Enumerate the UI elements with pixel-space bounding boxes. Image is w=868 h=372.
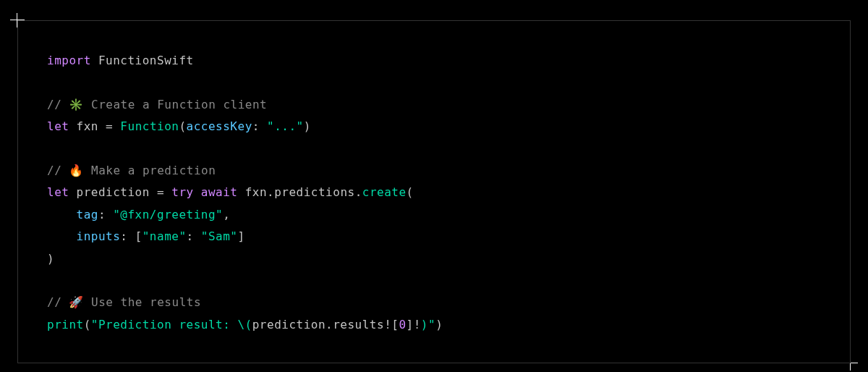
string-literal: "@fxn/greeting": [113, 208, 223, 221]
code-line-5: [47, 138, 821, 160]
code-line-4: let fxn = Function(accessKey: "..."): [47, 116, 821, 138]
colon: :: [120, 229, 135, 243]
bracket-close: ]: [237, 229, 244, 243]
comment-prefix: //: [47, 295, 69, 309]
comment-prefix: //: [47, 164, 69, 177]
obj-fxn: fxn: [245, 185, 267, 199]
code-frame: import FunctionSwift // ✳️ Create a Func…: [17, 20, 851, 363]
comment-text: Make a prediction: [84, 164, 216, 177]
keyword-await: await: [201, 185, 238, 199]
keyword-import: import: [47, 54, 91, 67]
func-print: print: [47, 318, 84, 331]
fire-icon: 🔥: [69, 164, 84, 177]
func-Function: Function: [120, 119, 179, 133]
index-zero: 0: [399, 318, 406, 331]
bracket-close: ]: [407, 318, 414, 331]
rocket-icon: 🚀: [69, 295, 84, 309]
paren-open: (: [84, 318, 91, 331]
colon: :: [98, 208, 113, 221]
code-line-11: [47, 270, 821, 292]
paren-close: ): [47, 252, 54, 266]
method-create: create: [362, 185, 407, 199]
comment-prefix: //: [47, 98, 69, 111]
code-line-2: [47, 72, 821, 93]
dot: .: [267, 185, 274, 199]
code-line-3: // ✳️ Create a Function client: [47, 94, 821, 116]
code-line-13: print("Prediction result: \(prediction.r…: [47, 314, 821, 336]
param-inputs: inputs: [77, 229, 121, 243]
module-name: FunctionSwift: [98, 54, 194, 67]
string-literal: "...": [267, 119, 304, 133]
keyword-try: try: [171, 185, 193, 199]
bang: !: [384, 318, 391, 331]
interp-close: ): [421, 318, 428, 331]
dict-key: "name": [142, 229, 187, 243]
code-line-1: import FunctionSwift: [47, 50, 821, 72]
code-line-7: let prediction = try await fxn.predictio…: [47, 182, 821, 203]
code-line-10: ): [47, 248, 821, 270]
dict-value: "Sam": [201, 229, 238, 243]
string-literal-part1: "Prediction result:: [91, 318, 238, 331]
code-line-12: // 🚀 Use the results: [47, 292, 821, 313]
dot: .: [326, 318, 333, 331]
comment-text: Use the results: [84, 295, 201, 309]
paren-open: (: [179, 119, 186, 133]
bang: !: [414, 318, 421, 331]
obj-predictions: predictions: [274, 185, 354, 199]
code-line-6: // 🔥 Make a prediction: [47, 160, 821, 182]
equals: =: [150, 185, 171, 199]
indent: [47, 229, 77, 243]
bracket-open: [: [391, 318, 399, 331]
bracket-open: [: [135, 229, 142, 243]
string-literal-part2: ": [428, 318, 435, 331]
param-accessKey: accessKey: [187, 119, 252, 133]
var-fxn: fxn: [77, 119, 98, 133]
keyword-let: let: [47, 185, 69, 199]
var-prediction: prediction: [77, 185, 150, 199]
colon: :: [187, 229, 201, 243]
sparkle-icon: ✳️: [69, 98, 84, 111]
paren-close: ): [304, 119, 311, 133]
prop-results: results: [333, 318, 384, 331]
code-line-8: tag: "@fxn/greeting",: [47, 204, 821, 226]
interp-open: \(: [237, 318, 252, 331]
code-line-9: inputs: ["name": "Sam"]: [47, 226, 821, 248]
comma: ,: [223, 208, 230, 221]
paren-close: ): [435, 318, 443, 331]
obj-prediction: prediction: [252, 318, 326, 331]
param-tag: tag: [77, 208, 98, 221]
keyword-let: let: [47, 119, 69, 133]
equals: =: [98, 119, 120, 133]
indent: [47, 208, 77, 221]
colon: :: [252, 119, 267, 133]
paren-open: (: [407, 185, 414, 199]
comment-text: Create a Function client: [84, 98, 267, 111]
dot: .: [355, 185, 362, 199]
